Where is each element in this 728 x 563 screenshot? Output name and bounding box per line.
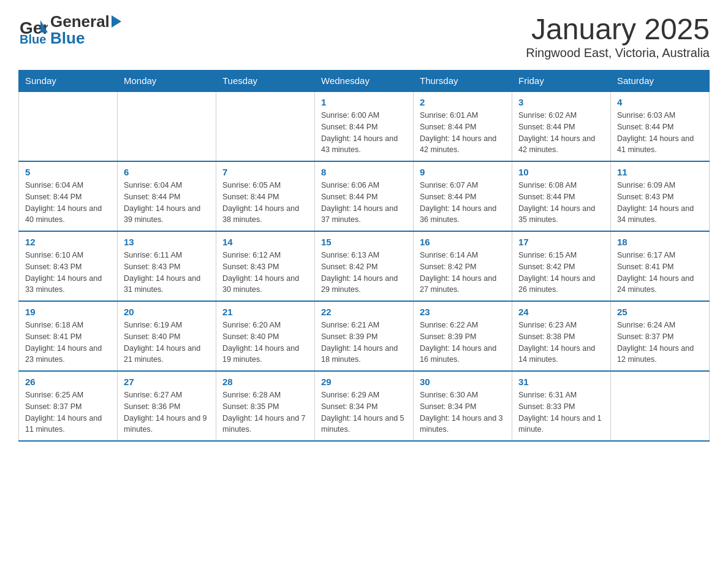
day-number: 31 <box>518 377 604 387</box>
calendar-cell: 2Sunrise: 6:01 AM Sunset: 8:44 PM Daylig… <box>414 91 512 161</box>
calendar-cell <box>611 371 710 441</box>
calendar-cell: 12Sunrise: 6:10 AM Sunset: 8:43 PM Dayli… <box>19 231 118 301</box>
calendar-cell: 21Sunrise: 6:20 AM Sunset: 8:40 PM Dayli… <box>216 301 315 371</box>
calendar-cell: 10Sunrise: 6:08 AM Sunset: 8:44 PM Dayli… <box>512 161 611 231</box>
calendar-cell: 11Sunrise: 6:09 AM Sunset: 8:43 PM Dayli… <box>611 161 710 231</box>
calendar-cell: 20Sunrise: 6:19 AM Sunset: 8:40 PM Dayli… <box>118 301 216 371</box>
day-number: 17 <box>518 237 604 247</box>
logo-blue-text: Blue <box>50 29 121 48</box>
day-number: 11 <box>617 167 703 177</box>
calendar-cell: 4Sunrise: 6:03 AM Sunset: 8:44 PM Daylig… <box>611 91 710 161</box>
day-info: Sunrise: 6:18 AM Sunset: 8:41 PM Dayligh… <box>25 320 111 366</box>
calendar-cell: 25Sunrise: 6:24 AM Sunset: 8:37 PM Dayli… <box>611 301 710 371</box>
logo-triangle-icon <box>112 15 121 28</box>
calendar-cell <box>118 91 216 161</box>
calendar-cell <box>216 91 315 161</box>
day-info: Sunrise: 6:05 AM Sunset: 8:44 PM Dayligh… <box>222 180 308 226</box>
calendar-week-row: 5Sunrise: 6:04 AM Sunset: 8:44 PM Daylig… <box>19 161 710 231</box>
calendar-cell: 3Sunrise: 6:02 AM Sunset: 8:44 PM Daylig… <box>512 91 611 161</box>
header: General Blue General Blue January 2025 R… <box>18 12 710 60</box>
day-info: Sunrise: 6:15 AM Sunset: 8:42 PM Dayligh… <box>518 250 604 296</box>
calendar-cell: 15Sunrise: 6:13 AM Sunset: 8:42 PM Dayli… <box>315 231 414 301</box>
calendar-cell <box>19 91 118 161</box>
day-info: Sunrise: 6:30 AM Sunset: 8:34 PM Dayligh… <box>420 389 506 435</box>
day-info: Sunrise: 6:20 AM Sunset: 8:40 PM Dayligh… <box>222 320 308 366</box>
calendar-cell: 5Sunrise: 6:04 AM Sunset: 8:44 PM Daylig… <box>19 161 118 231</box>
day-info: Sunrise: 6:09 AM Sunset: 8:43 PM Dayligh… <box>617 180 703 226</box>
day-info: Sunrise: 6:08 AM Sunset: 8:44 PM Dayligh… <box>518 180 604 226</box>
calendar-week-row: 12Sunrise: 6:10 AM Sunset: 8:43 PM Dayli… <box>19 231 710 301</box>
calendar-cell: 22Sunrise: 6:21 AM Sunset: 8:39 PM Dayli… <box>315 301 414 371</box>
logo-icon: General Blue <box>18 15 48 45</box>
calendar-cell: 13Sunrise: 6:11 AM Sunset: 8:43 PM Dayli… <box>118 231 216 301</box>
day-info: Sunrise: 6:24 AM Sunset: 8:37 PM Dayligh… <box>617 320 703 366</box>
calendar-cell: 30Sunrise: 6:30 AM Sunset: 8:34 PM Dayli… <box>414 371 512 441</box>
calendar-subtitle: Ringwood East, Victoria, Australia <box>526 46 710 60</box>
day-info: Sunrise: 6:12 AM Sunset: 8:43 PM Dayligh… <box>222 250 308 296</box>
day-number: 27 <box>124 377 210 387</box>
day-info: Sunrise: 6:31 AM Sunset: 8:33 PM Dayligh… <box>518 389 604 435</box>
day-header-wednesday: Wednesday <box>315 71 414 92</box>
calendar-cell: 29Sunrise: 6:29 AM Sunset: 8:34 PM Dayli… <box>315 371 414 441</box>
day-number: 14 <box>222 237 308 247</box>
day-number: 6 <box>124 167 210 177</box>
day-number: 10 <box>518 167 604 177</box>
day-info: Sunrise: 6:13 AM Sunset: 8:42 PM Dayligh… <box>321 250 407 296</box>
day-number: 30 <box>420 377 506 387</box>
day-number: 7 <box>222 167 308 177</box>
day-number: 23 <box>420 307 506 317</box>
day-info: Sunrise: 6:17 AM Sunset: 8:41 PM Dayligh… <box>617 250 703 296</box>
calendar-cell: 16Sunrise: 6:14 AM Sunset: 8:42 PM Dayli… <box>414 231 512 301</box>
day-info: Sunrise: 6:29 AM Sunset: 8:34 PM Dayligh… <box>321 389 407 435</box>
calendar-cell: 23Sunrise: 6:22 AM Sunset: 8:39 PM Dayli… <box>414 301 512 371</box>
day-number: 13 <box>124 237 210 247</box>
day-header-tuesday: Tuesday <box>216 71 315 92</box>
svg-text:Blue: Blue <box>20 33 46 45</box>
title-area: January 2025 Ringwood East, Victoria, Au… <box>526 12 710 60</box>
day-header-saturday: Saturday <box>611 71 710 92</box>
day-number: 26 <box>25 377 111 387</box>
calendar-cell: 1Sunrise: 6:00 AM Sunset: 8:44 PM Daylig… <box>315 91 414 161</box>
calendar-header-row: SundayMondayTuesdayWednesdayThursdayFrid… <box>19 71 710 92</box>
calendar-cell: 18Sunrise: 6:17 AM Sunset: 8:41 PM Dayli… <box>611 231 710 301</box>
calendar-cell: 26Sunrise: 6:25 AM Sunset: 8:37 PM Dayli… <box>19 371 118 441</box>
day-info: Sunrise: 6:19 AM Sunset: 8:40 PM Dayligh… <box>124 320 210 366</box>
day-number: 21 <box>222 307 308 317</box>
day-number: 22 <box>321 307 407 317</box>
day-info: Sunrise: 6:10 AM Sunset: 8:43 PM Dayligh… <box>25 250 111 296</box>
day-info: Sunrise: 6:21 AM Sunset: 8:39 PM Dayligh… <box>321 320 407 366</box>
calendar-week-row: 26Sunrise: 6:25 AM Sunset: 8:37 PM Dayli… <box>19 371 710 441</box>
day-number: 12 <box>25 237 111 247</box>
day-info: Sunrise: 6:07 AM Sunset: 8:44 PM Dayligh… <box>420 180 506 226</box>
day-number: 25 <box>617 307 703 317</box>
day-number: 28 <box>222 377 308 387</box>
day-info: Sunrise: 6:03 AM Sunset: 8:44 PM Dayligh… <box>617 110 703 156</box>
day-info: Sunrise: 6:01 AM Sunset: 8:44 PM Dayligh… <box>420 110 506 156</box>
calendar-cell: 19Sunrise: 6:18 AM Sunset: 8:41 PM Dayli… <box>19 301 118 371</box>
calendar-cell: 31Sunrise: 6:31 AM Sunset: 8:33 PM Dayli… <box>512 371 611 441</box>
day-number: 8 <box>321 167 407 177</box>
calendar-cell: 9Sunrise: 6:07 AM Sunset: 8:44 PM Daylig… <box>414 161 512 231</box>
day-info: Sunrise: 6:27 AM Sunset: 8:36 PM Dayligh… <box>124 389 210 435</box>
day-info: Sunrise: 6:02 AM Sunset: 8:44 PM Dayligh… <box>518 110 604 156</box>
day-info: Sunrise: 6:04 AM Sunset: 8:44 PM Dayligh… <box>25 180 111 226</box>
day-number: 9 <box>420 167 506 177</box>
day-info: Sunrise: 6:23 AM Sunset: 8:38 PM Dayligh… <box>518 320 604 366</box>
day-info: Sunrise: 6:04 AM Sunset: 8:44 PM Dayligh… <box>124 180 210 226</box>
calendar-cell: 6Sunrise: 6:04 AM Sunset: 8:44 PM Daylig… <box>118 161 216 231</box>
calendar-cell: 14Sunrise: 6:12 AM Sunset: 8:43 PM Dayli… <box>216 231 315 301</box>
calendar-table: SundayMondayTuesdayWednesdayThursdayFrid… <box>18 70 710 442</box>
day-number: 2 <box>420 97 506 107</box>
calendar-cell: 28Sunrise: 6:28 AM Sunset: 8:35 PM Dayli… <box>216 371 315 441</box>
calendar-cell: 17Sunrise: 6:15 AM Sunset: 8:42 PM Dayli… <box>512 231 611 301</box>
day-number: 19 <box>25 307 111 317</box>
calendar-week-row: 19Sunrise: 6:18 AM Sunset: 8:41 PM Dayli… <box>19 301 710 371</box>
day-number: 29 <box>321 377 407 387</box>
day-header-sunday: Sunday <box>19 71 118 92</box>
day-number: 5 <box>25 167 111 177</box>
day-info: Sunrise: 6:11 AM Sunset: 8:43 PM Dayligh… <box>124 250 210 296</box>
calendar-cell: 24Sunrise: 6:23 AM Sunset: 8:38 PM Dayli… <box>512 301 611 371</box>
day-number: 24 <box>518 307 604 317</box>
day-info: Sunrise: 6:06 AM Sunset: 8:44 PM Dayligh… <box>321 180 407 226</box>
calendar-cell: 7Sunrise: 6:05 AM Sunset: 8:44 PM Daylig… <box>216 161 315 231</box>
